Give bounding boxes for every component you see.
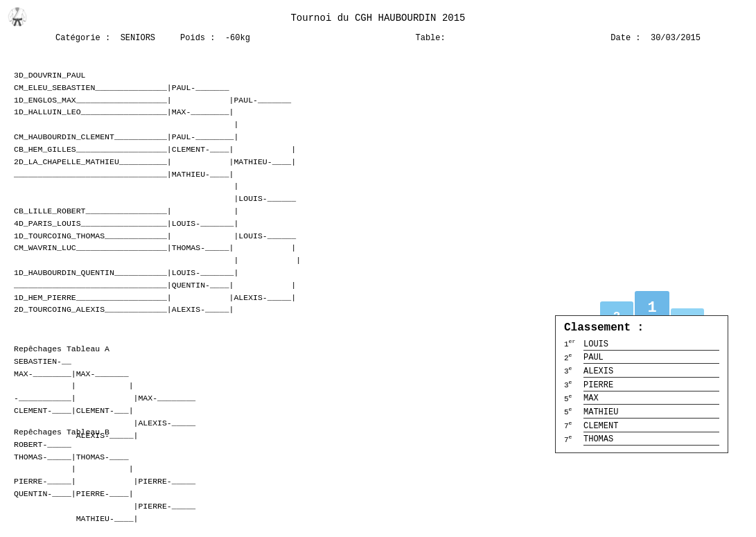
svg-text:1: 1 (647, 299, 656, 317)
classement-row: 3e PIERRE (564, 379, 719, 391)
classement-row: 1er LOUIS (564, 338, 719, 351)
classement-title: Classement : (564, 322, 719, 334)
repechage-b-title: Repêchages Tableau B (14, 426, 195, 439)
date-info: Date : 30/03/2015 (610, 33, 701, 43)
classement-row: 5e MATHIEU (564, 406, 719, 419)
classement-row: 3e ALEXIS (564, 365, 719, 378)
header-meta: Catégorie : SENIORS Poids : -60kg Table:… (55, 33, 701, 43)
categorie-info: Catégorie : SENIORS Poids : -60kg (55, 33, 250, 43)
bracket-content: 3D_DOUVRIN_PAUL CM_ELEU_SEBASTIEN_______… (14, 69, 301, 316)
classement-row: 5e MAX (564, 393, 719, 405)
classement-box: Classement : 1er LOUIS 2e PAUL 3e ALEXIS… (555, 315, 728, 453)
main-bracket: 3D_DOUVRIN_PAUL CM_ELEU_SEBASTIEN_______… (14, 69, 301, 316)
repechages-b: Repêchages Tableau B ROBERT-_____ THOMAS… (14, 426, 195, 525)
page-title: Tournoi du CGH HAUBOURDIN 2015 (0, 12, 756, 24)
classement-row: 2e PAUL (564, 352, 719, 364)
classement-row: 7e CLEMENT (564, 420, 719, 432)
table-info: Table: (416, 33, 446, 43)
repechage-a-title: Repêchages Tableau A (14, 343, 195, 355)
classement-row: 7e THOMAS (564, 434, 719, 446)
repechage-b-content: ROBERT-_____ THOMAS-_____|THOMAS-____ | … (14, 439, 195, 525)
